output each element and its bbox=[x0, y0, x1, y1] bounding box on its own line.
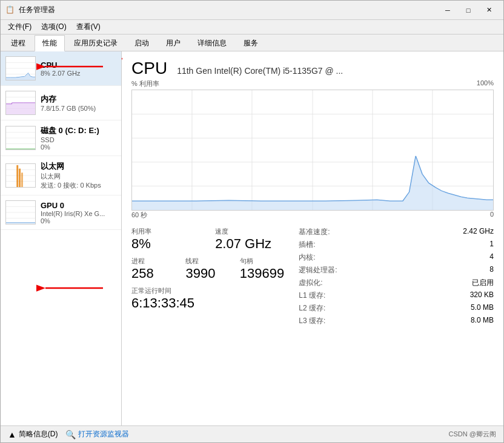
status-bar: ▲ 简略信息(D) 🔍 打开资源监视器 CSDN @卿云阁 bbox=[1, 425, 503, 442]
stat-uptime: 正常运行时间 6:13:33:45 bbox=[131, 286, 284, 311]
gpu-name: GPU 0 bbox=[41, 201, 116, 210]
disk-usage: 0% bbox=[41, 143, 116, 151]
menu-options[interactable]: 选项(O) bbox=[36, 21, 71, 33]
stat-handle-label: 句柄 bbox=[240, 257, 284, 266]
stat-speed-label: 速度 bbox=[215, 227, 284, 236]
menu-bar: 文件(F) 选项(O) 查看(V) bbox=[1, 20, 503, 34]
svg-marker-9 bbox=[6, 103, 35, 114]
spec-core-key: 内核: bbox=[299, 252, 315, 263]
stat-speed-value: 2.07 GHz bbox=[215, 236, 284, 252]
ethernet-speed: 发送: 0 接收: 0 Kbps bbox=[41, 181, 116, 190]
monitor-label: 打开资源监视器 bbox=[78, 429, 129, 439]
disk-type: SSD bbox=[41, 136, 116, 143]
cpu-bottom-section: 利用率 8% 速度 2.07 GHz 进程 258 bbox=[131, 227, 494, 329]
stat-handle-value: 139699 bbox=[240, 266, 284, 281]
stat-utilization: 利用率 8% bbox=[131, 227, 201, 252]
tab-performance[interactable]: 性能 bbox=[35, 35, 65, 51]
chart-x-left: 60 秒 bbox=[131, 211, 147, 220]
chart-x-right: 0 bbox=[490, 211, 494, 220]
spec-base-speed-val: 2.42 GHz bbox=[463, 227, 494, 237]
menu-file[interactable]: 文件(F) bbox=[3, 21, 36, 33]
spec-l2: L2 缓存: 5.0 MB bbox=[299, 303, 494, 313]
ethernet-name: 以太网 bbox=[41, 161, 116, 172]
spec-virt-val: 已启用 bbox=[472, 278, 494, 288]
gpu-info: GPU 0 Intel(R) Iris(R) Xe G... 0% bbox=[41, 201, 116, 225]
stat-utilization-label: 利用率 bbox=[131, 227, 201, 236]
tab-details[interactable]: 详细信息 bbox=[190, 35, 234, 51]
monitor-icon: 🔍 bbox=[65, 430, 76, 439]
stat-handle: 句柄 139699 bbox=[240, 257, 284, 281]
chart-y-max: 100% bbox=[477, 79, 494, 88]
summary-label: 简略信息(D) bbox=[19, 429, 58, 439]
spec-socket: 插槽: 1 bbox=[299, 240, 494, 250]
spec-core-val: 4 bbox=[489, 252, 494, 263]
memory-mini-graph bbox=[5, 91, 36, 115]
spec-l2-key: L2 缓存: bbox=[299, 303, 325, 313]
ethernet-type: 以太网 bbox=[41, 172, 116, 181]
tab-startup[interactable]: 启动 bbox=[127, 35, 157, 51]
spec-l3: L3 缓存: 8.0 MB bbox=[299, 316, 494, 326]
tab-bar: 进程 性能 应用历史记录 启动 用户 详细信息 服务 bbox=[1, 34, 503, 51]
main-content: CPU 8% 2.07 GHz bbox=[1, 51, 503, 425]
stat-uptime-label: 正常运行时间 bbox=[131, 286, 284, 295]
cpu-chart bbox=[131, 90, 494, 211]
memory-name: 内存 bbox=[41, 94, 116, 105]
cpu-mini-graph bbox=[5, 56, 36, 80]
sidebar-item-ethernet[interactable]: 以太网 以太网 发送: 0 接收: 0 Kbps bbox=[1, 156, 121, 195]
minimize-button[interactable]: ─ bbox=[438, 4, 457, 16]
sidebar-item-disk[interactable]: 磁盘 0 (C: D: E:) SSD 0% bbox=[1, 120, 121, 156]
spec-l2-val: 5.0 MB bbox=[471, 303, 494, 313]
spec-virtualization: 虚拟化: 已启用 bbox=[299, 278, 494, 288]
spec-base-speed: 基准速度: 2.42 GHz bbox=[299, 227, 494, 237]
branding-label: CSDN @卿云阁 bbox=[449, 430, 496, 439]
chart-y-label: % 利用率 bbox=[131, 79, 159, 88]
svg-rect-19 bbox=[19, 169, 21, 187]
sidebar-item-cpu[interactable]: CPU 8% 2.07 GHz bbox=[1, 51, 121, 86]
cpu-detail-panel: CPU 11th Gen Intel(R) Core(TM) i5-1135G7… bbox=[122, 51, 503, 425]
summary-button[interactable]: ▲ 简略信息(D) bbox=[8, 429, 58, 439]
cpu-stats: 利用率 8% 速度 2.07 GHz 进程 258 bbox=[131, 227, 284, 329]
stat-thread-value: 3990 bbox=[185, 266, 230, 281]
window-icon: 📋 bbox=[5, 5, 15, 15]
sidebar: CPU 8% 2.07 GHz bbox=[1, 51, 122, 425]
cpu-model-label: 11th Gen Intel(R) Core(TM) i5-1135G7 @ .… bbox=[177, 66, 343, 76]
svg-rect-20 bbox=[21, 172, 23, 187]
tab-users[interactable]: 用户 bbox=[158, 35, 188, 51]
spec-l1-val: 320 KB bbox=[470, 290, 494, 301]
cpu-info: CPU 8% 2.07 GHz bbox=[41, 61, 116, 77]
close-button[interactable]: ✕ bbox=[479, 4, 499, 16]
red-arrow-cpu bbox=[122, 51, 125, 77]
stat-process: 进程 258 bbox=[131, 257, 176, 281]
title-bar: 📋 任务管理器 ─ □ ✕ bbox=[1, 1, 503, 20]
tab-app-history[interactable]: 应用历史记录 bbox=[66, 35, 125, 51]
sidebar-item-gpu[interactable]: GPU 0 Intel(R) Iris(R) Xe G... 0% bbox=[1, 195, 121, 230]
task-manager-window: 📋 任务管理器 ─ □ ✕ 文件(F) 选项(O) 查看(V) 进程 性能 应用… bbox=[0, 0, 504, 443]
tab-process[interactable]: 进程 bbox=[3, 35, 33, 51]
spec-socket-val: 1 bbox=[489, 240, 494, 250]
open-resource-monitor[interactable]: 🔍 打开资源监视器 bbox=[65, 429, 129, 439]
sidebar-item-memory[interactable]: 内存 7.8/15.7 GB (50%) bbox=[1, 86, 121, 120]
memory-info: 内存 7.8/15.7 GB (50%) bbox=[41, 94, 116, 112]
stat-thread-label: 线程 bbox=[185, 257, 230, 266]
cpu-usage: 8% 2.07 GHz bbox=[41, 70, 116, 77]
window-title: 任务管理器 bbox=[19, 5, 438, 15]
spec-virt-key: 虚拟化: bbox=[299, 278, 322, 288]
memory-usage: 7.8/15.7 GB (50%) bbox=[41, 105, 116, 112]
spec-core: 内核: 4 bbox=[299, 252, 494, 263]
stat-utilization-value: 8% bbox=[131, 236, 201, 252]
gpu-model: Intel(R) Iris(R) Xe G... bbox=[41, 210, 116, 217]
disk-mini-graph bbox=[5, 126, 36, 150]
spec-l3-val: 8.0 MB bbox=[471, 316, 494, 326]
disk-name: 磁盘 0 (C: D: E:) bbox=[41, 125, 116, 136]
spec-l3-key: L3 缓存: bbox=[299, 316, 325, 326]
tab-services[interactable]: 服务 bbox=[236, 35, 266, 51]
cpu-specs: 基准速度: 2.42 GHz 插槽: 1 内核: 4 逻辑处理器: 8 bbox=[299, 227, 494, 329]
cpu-panel-title: CPU bbox=[131, 59, 167, 78]
maximize-button[interactable]: □ bbox=[459, 4, 478, 16]
spec-logical: 逻辑处理器: 8 bbox=[299, 265, 494, 275]
spec-logical-key: 逻辑处理器: bbox=[299, 265, 337, 275]
disk-info: 磁盘 0 (C: D: E:) SSD 0% bbox=[41, 125, 116, 151]
menu-view[interactable]: 查看(V) bbox=[71, 21, 105, 33]
stat-thread: 线程 3990 bbox=[185, 257, 230, 281]
spec-base-speed-key: 基准速度: bbox=[299, 227, 330, 237]
